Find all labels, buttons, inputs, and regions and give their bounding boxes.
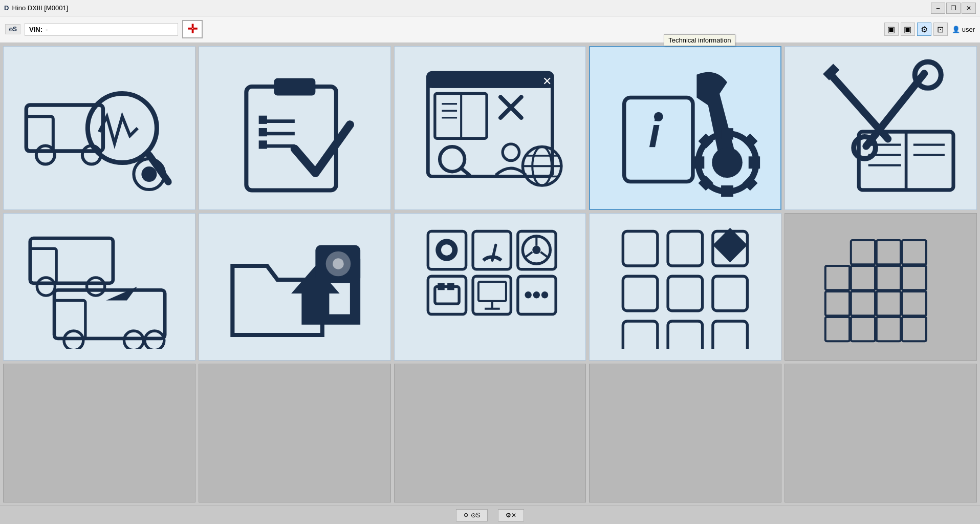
svg-text:✕: ✕ bbox=[542, 75, 552, 88]
tile-inspection[interactable] bbox=[199, 46, 391, 210]
svg-rect-14 bbox=[258, 128, 267, 136]
user-name: user bbox=[962, 26, 975, 33]
svg-rect-75 bbox=[473, 232, 511, 269]
svg-point-92 bbox=[525, 291, 532, 299]
svg-line-81 bbox=[525, 252, 532, 258]
svg-point-62 bbox=[37, 278, 55, 296]
svg-rect-15 bbox=[258, 140, 267, 149]
svg-point-39 bbox=[712, 147, 743, 178]
bottom-btn1-icon: ⊙ bbox=[464, 512, 468, 518]
svg-point-79 bbox=[532, 246, 540, 254]
svg-rect-106 bbox=[851, 266, 875, 290]
svg-rect-96 bbox=[668, 232, 703, 266]
svg-rect-116 bbox=[902, 240, 926, 264]
svg-point-37 bbox=[654, 112, 663, 121]
window-title: Hino DXIII [M0001] bbox=[12, 4, 68, 12]
svg-rect-119 bbox=[902, 317, 926, 341]
tile-empty-4 bbox=[589, 364, 781, 502]
tile-custom-function[interactable] bbox=[589, 213, 781, 361]
add-vehicle-button[interactable]: ✛ bbox=[182, 20, 203, 38]
main-grid: ✕ i bbox=[0, 43, 980, 506]
svg-rect-109 bbox=[851, 291, 875, 316]
svg-rect-18 bbox=[428, 81, 552, 88]
vin-label: VIN: bbox=[29, 26, 42, 33]
svg-rect-111 bbox=[825, 317, 850, 341]
svg-point-63 bbox=[87, 278, 105, 296]
svg-rect-13 bbox=[258, 116, 267, 124]
svg-rect-98 bbox=[623, 276, 658, 311]
svg-marker-104 bbox=[713, 228, 748, 263]
svg-rect-88 bbox=[478, 282, 506, 301]
svg-rect-101 bbox=[623, 321, 658, 349]
tile-vehicle-history[interactable] bbox=[3, 213, 195, 361]
bottom-btn1[interactable]: ⊙ ⊙S bbox=[456, 509, 488, 521]
svg-line-82 bbox=[540, 252, 548, 258]
svg-rect-105 bbox=[825, 266, 850, 290]
svg-rect-95 bbox=[623, 232, 658, 266]
title-bar-left: D Hino DXIII [M0001] bbox=[4, 4, 68, 12]
svg-point-2 bbox=[36, 145, 55, 164]
tile-empty-5 bbox=[785, 364, 977, 502]
svg-rect-102 bbox=[668, 321, 703, 349]
svg-rect-8 bbox=[246, 87, 336, 191]
tile-service-support[interactable]: ✕ bbox=[394, 46, 586, 210]
svg-rect-40 bbox=[721, 128, 733, 139]
tile-health-check[interactable] bbox=[394, 213, 586, 361]
toolbar-btn2[interactable]: ▣ bbox=[901, 23, 915, 36]
tile-data-backup[interactable] bbox=[199, 213, 391, 361]
title-bar-controls: – ❐ ✕ bbox=[931, 3, 976, 14]
close-button[interactable]: ✕ bbox=[962, 3, 976, 14]
svg-rect-86 bbox=[447, 283, 454, 290]
bottom-btn2[interactable]: ⚙✕ bbox=[498, 509, 524, 521]
svg-rect-60 bbox=[30, 238, 113, 283]
user-icon: 👤 bbox=[952, 26, 960, 33]
tile-diagnosis[interactable] bbox=[3, 46, 195, 210]
svg-point-71 bbox=[333, 258, 344, 269]
bottom-btn1-label: ⊙S bbox=[471, 512, 480, 519]
svg-rect-100 bbox=[713, 276, 748, 311]
user-info: 👤 user bbox=[952, 26, 975, 33]
svg-rect-85 bbox=[438, 283, 445, 290]
tile-repair-manual[interactable] bbox=[785, 46, 977, 210]
svg-rect-112 bbox=[851, 317, 875, 341]
bottom-btn2-label: ⚙✕ bbox=[506, 512, 516, 519]
svg-rect-42 bbox=[693, 156, 704, 169]
vin-value: - bbox=[46, 26, 48, 33]
title-bar: D Hino DXIII [M0001] – ❐ ✕ bbox=[0, 0, 980, 16]
svg-point-94 bbox=[541, 291, 548, 299]
tile-empty-1 bbox=[3, 364, 195, 502]
tile-empty-3 bbox=[394, 364, 586, 502]
svg-rect-107 bbox=[877, 266, 901, 290]
svg-line-28 bbox=[461, 168, 469, 175]
svg-point-4 bbox=[88, 93, 157, 162]
header-controls: ▣ ▣ ⚙ ⊡ 👤 user bbox=[884, 23, 975, 36]
svg-point-93 bbox=[533, 291, 540, 299]
svg-rect-43 bbox=[749, 156, 760, 169]
svg-rect-113 bbox=[877, 317, 901, 341]
tile-empty-2 bbox=[199, 364, 391, 502]
toolbar-left: ⊙S VIN: - ✛ bbox=[5, 20, 203, 38]
svg-point-29 bbox=[503, 144, 519, 160]
svg-rect-114 bbox=[851, 240, 875, 264]
svg-rect-9 bbox=[274, 78, 315, 96]
settings-button[interactable]: ⚙ bbox=[917, 23, 931, 36]
filter-button[interactable]: ⊡ bbox=[933, 23, 948, 36]
dxs-indicator: ⊙S bbox=[5, 24, 20, 34]
svg-rect-115 bbox=[877, 240, 901, 264]
svg-point-74 bbox=[441, 244, 452, 256]
tile-3d-view[interactable] bbox=[785, 213, 977, 361]
svg-rect-103 bbox=[713, 321, 748, 349]
toolbar-btn1[interactable]: ▣ bbox=[884, 23, 899, 36]
app-icon: D bbox=[4, 4, 9, 12]
tile-technical-information[interactable]: i Technical information bbox=[589, 46, 781, 210]
svg-rect-108 bbox=[825, 291, 850, 316]
minimize-button[interactable]: – bbox=[931, 3, 945, 14]
svg-rect-118 bbox=[902, 291, 926, 316]
svg-rect-110 bbox=[877, 291, 901, 316]
svg-rect-99 bbox=[668, 276, 703, 311]
toolbar: ⊙S VIN: - ✛ ▣ ▣ ⚙ ⊡ 👤 user bbox=[0, 16, 980, 43]
restore-button[interactable]: ❐ bbox=[946, 3, 961, 14]
bottom-bar: ⊙ ⊙S ⚙✕ bbox=[0, 506, 980, 524]
svg-rect-16 bbox=[428, 73, 552, 177]
svg-point-7 bbox=[141, 166, 157, 182]
